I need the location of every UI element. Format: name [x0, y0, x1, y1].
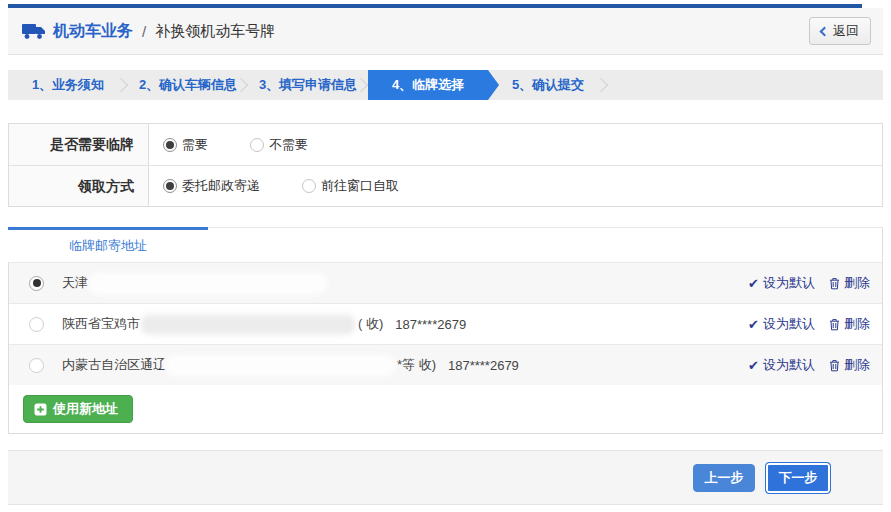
set-default-link[interactable]: ✔ 设为默认 [748, 356, 815, 374]
delete-label: 删除 [844, 274, 870, 292]
step-tab-3[interactable]: 3、填写申请信息 [248, 70, 368, 100]
page: 机动车业务 / 补换领机动车号牌 返回 1、业务须知 2、确认车辆信息 3、填写… [0, 0, 891, 512]
page-header: 机动车业务 / 补换领机动车号牌 返回 [8, 8, 883, 55]
step-tab-4-active[interactable]: 4、临牌选择 [368, 70, 488, 100]
address-text: 内蒙古自治区通辽 [62, 356, 166, 374]
radio-option-need[interactable]: 需要 [163, 136, 208, 154]
use-new-address-button[interactable]: 使用新地址 [23, 395, 133, 423]
address-phone: 187****2679 [395, 317, 466, 332]
use-new-address-label: 使用新地址 [53, 400, 118, 418]
back-button-label: 返回 [833, 22, 859, 40]
redacted-text [168, 357, 393, 374]
radio-option-label: 委托邮政寄递 [182, 177, 260, 195]
page-title: 补换领机动车号牌 [155, 22, 275, 41]
redacted-text [142, 316, 354, 333]
set-default-link[interactable]: ✔ 设为默认 [748, 274, 815, 292]
tab-mailing-address[interactable]: 临牌邮寄地址 [8, 227, 208, 262]
delete-label: 删除 [844, 315, 870, 333]
breadcrumb-separator: / [142, 23, 146, 40]
form-row-need-plate: 是否需要临牌 需要 不需要 [9, 124, 882, 165]
delete-link[interactable]: 删除 [829, 315, 870, 333]
radio-option-window-pickup[interactable]: 前往窗口自取 [302, 177, 399, 195]
address-text: 天津 [62, 274, 88, 292]
address-actions: ✔ 设为默认 删除 [748, 356, 870, 374]
trash-icon [829, 318, 840, 331]
address-recipient: ( 收) [358, 315, 383, 333]
prev-step-button[interactable]: 上一步 [693, 464, 755, 492]
address-recipient: *等 收) [397, 356, 436, 374]
address-radio-3[interactable] [29, 358, 44, 373]
address-text: 陕西省宝鸡市 [62, 315, 140, 333]
address-actions: ✔ 设为默认 删除 [748, 315, 870, 333]
radio-checked-icon [163, 179, 177, 193]
set-default-label: 设为默认 [763, 274, 815, 292]
back-chevron-icon [820, 26, 830, 36]
next-step-button[interactable]: 下一步 [765, 462, 831, 494]
address-row-1: 天津 ✔ 设为默认 删除 [9, 262, 882, 303]
radio-option-label: 需要 [182, 136, 208, 154]
check-icon: ✔ [748, 358, 759, 373]
set-default-label: 设为默认 [763, 315, 815, 333]
footer-bar: 上一步 下一步 [8, 450, 883, 505]
set-default-label: 设为默认 [763, 356, 815, 374]
delete-label: 删除 [844, 356, 870, 374]
back-button[interactable]: 返回 [809, 17, 871, 45]
radio-option-label: 不需要 [269, 136, 308, 154]
breadcrumb: 机动车业务 / 补换领机动车号牌 [22, 21, 275, 42]
radio-option-postal-delivery[interactable]: 委托邮政寄递 [163, 177, 260, 195]
breadcrumb-section: 机动车业务 [53, 21, 133, 42]
address-radio-2[interactable] [29, 317, 44, 332]
check-icon: ✔ [748, 317, 759, 332]
delete-link[interactable]: 删除 [829, 274, 870, 292]
new-address-row: 使用新地址 [9, 385, 882, 433]
truck-icon [22, 23, 46, 40]
form-row-pickup-method: 领取方式 委托邮政寄递 前往窗口自取 [9, 165, 882, 206]
form-label-pickup-method: 领取方式 [9, 166, 149, 206]
address-actions: ✔ 设为默认 删除 [748, 274, 870, 292]
form-label-need-plate: 是否需要临牌 [9, 124, 149, 165]
mailing-address-panel: 临牌邮寄地址 天津 ✔ 设为默认 删除 陕西省宝鸡市 [8, 227, 883, 434]
check-icon: ✔ [748, 276, 759, 291]
pickup-method-options: 委托邮政寄递 前往窗口自取 [149, 166, 882, 206]
step-tab-2[interactable]: 2、确认车辆信息 [128, 70, 248, 100]
radio-unchecked-icon [250, 138, 264, 152]
step-progress-bar: 1、业务须知 2、确认车辆信息 3、填写申请信息 4、临牌选择 5、确认提交 [8, 70, 883, 100]
radio-unchecked-icon [302, 179, 316, 193]
radio-option-no-need[interactable]: 不需要 [250, 136, 308, 154]
radio-option-label: 前往窗口自取 [321, 177, 399, 195]
address-row-2: 陕西省宝鸡市 ( 收) 187****2679 ✔ 设为默认 删除 [9, 303, 882, 344]
plus-icon [34, 403, 47, 416]
delete-link[interactable]: 删除 [829, 356, 870, 374]
trash-icon [829, 359, 840, 372]
redacted-text [90, 275, 325, 292]
trash-icon [829, 277, 840, 290]
need-plate-options: 需要 不需要 [149, 124, 882, 165]
address-radio-1[interactable] [29, 276, 44, 291]
address-tab-header: 临牌邮寄地址 [9, 228, 882, 262]
address-row-3: 内蒙古自治区通辽 *等 收) 187****2679 ✔ 设为默认 删除 [9, 344, 882, 385]
temp-plate-form: 是否需要临牌 需要 不需要 领取方式 委托邮政寄递 [8, 123, 883, 207]
step-tab-5[interactable]: 5、确认提交 [488, 70, 608, 100]
step-tab-1[interactable]: 1、业务须知 [8, 70, 128, 100]
address-phone: 187****2679 [448, 358, 519, 373]
radio-checked-icon [163, 138, 177, 152]
set-default-link[interactable]: ✔ 设为默认 [748, 315, 815, 333]
